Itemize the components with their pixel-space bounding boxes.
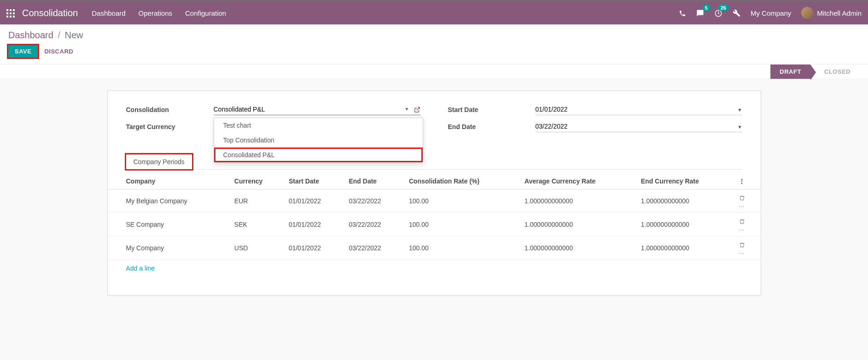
- nav-configuration[interactable]: Configuration: [185, 9, 226, 17]
- cell-end[interactable]: 03/22/2022: [344, 189, 404, 213]
- consolidation-label: Consolidation: [126, 106, 214, 113]
- status-bar: DRAFT CLOSED: [0, 64, 868, 79]
- consolidation-input[interactable]: [214, 104, 420, 115]
- table-row[interactable]: My Belgian CompanyEUR01/01/202203/22/202…: [108, 189, 761, 213]
- breadcrumb: Dashboard / New: [8, 30, 83, 41]
- company-periods-table: Company Currency Start Date End Date Con…: [108, 173, 761, 260]
- col-company[interactable]: Company: [108, 173, 230, 189]
- svg-rect-7: [10, 16, 12, 18]
- svg-rect-6: [6, 16, 8, 18]
- dropdown-caret-icon[interactable]: ▼: [405, 106, 409, 112]
- tools-icon[interactable]: [733, 8, 740, 18]
- cell-rate[interactable]: 100.00: [404, 189, 520, 213]
- nav-operations[interactable]: Operations: [139, 9, 172, 17]
- cell-currency[interactable]: USD: [230, 236, 284, 260]
- dropdown-caret-icon[interactable]: ▼: [738, 124, 742, 130]
- breadcrumb-parent[interactable]: Dashboard: [8, 30, 53, 40]
- phone-icon[interactable]: [679, 8, 686, 18]
- svg-rect-2: [13, 9, 15, 11]
- delete-icon[interactable]: [739, 194, 745, 201]
- more-icon[interactable]: …: [739, 201, 745, 208]
- row-actions: …: [734, 236, 761, 260]
- company-selector[interactable]: My Company: [751, 9, 791, 17]
- cell-start[interactable]: 01/01/2022: [284, 236, 344, 260]
- cell-endrate[interactable]: 1.000000000000: [636, 236, 734, 260]
- cell-currency[interactable]: EUR: [230, 189, 284, 213]
- breadcrumb-sep: /: [58, 30, 60, 40]
- options-icon[interactable]: ⋮: [734, 173, 761, 189]
- external-link-icon[interactable]: [414, 106, 420, 113]
- app-title[interactable]: Consolidation: [22, 8, 78, 18]
- col-currency[interactable]: Currency: [230, 173, 284, 189]
- activities-icon[interactable]: 26: [714, 8, 722, 18]
- cell-currency[interactable]: SEK: [230, 213, 284, 236]
- svg-rect-1: [10, 9, 12, 11]
- target-currency-label: Target Currency: [126, 123, 214, 130]
- form-sheet: Consolidation ▼ Test chart Top Consolida…: [107, 90, 761, 295]
- start-date-label: Start Date: [448, 106, 536, 113]
- col-end[interactable]: End Date: [344, 173, 404, 189]
- col-avg[interactable]: Average Currency Rate: [520, 173, 636, 189]
- table-row[interactable]: My CompanyUSD01/01/202203/22/2022100.001…: [108, 236, 761, 260]
- user-name: Mitchell Admin: [817, 9, 862, 17]
- cell-endrate[interactable]: 1.000000000000: [636, 213, 734, 236]
- svg-rect-0: [6, 9, 8, 11]
- cell-company[interactable]: My Belgian Company: [108, 189, 230, 213]
- svg-rect-8: [13, 16, 15, 18]
- svg-rect-3: [6, 12, 8, 14]
- table-row[interactable]: SE CompanySEK01/01/202203/22/2022100.001…: [108, 213, 761, 236]
- add-line-link[interactable]: Add a line: [108, 260, 761, 277]
- cell-rate[interactable]: 100.00: [404, 236, 520, 260]
- tab-company-periods[interactable]: Company Periods: [126, 154, 192, 169]
- consolidation-dropdown: Test chart Top Consolidation Consolidate…: [214, 118, 423, 163]
- breadcrumb-current: New: [65, 30, 83, 40]
- delete-icon[interactable]: [739, 241, 745, 248]
- messages-badge: 5: [702, 5, 711, 11]
- apps-icon[interactable]: [6, 8, 15, 18]
- dropdown-caret-icon[interactable]: ▼: [738, 107, 742, 112]
- svg-rect-4: [10, 12, 12, 14]
- delete-icon[interactable]: [739, 217, 745, 224]
- col-endrate[interactable]: End Currency Rate: [636, 173, 734, 189]
- status-draft[interactable]: DRAFT: [770, 65, 810, 79]
- col-start[interactable]: Start Date: [284, 173, 344, 189]
- cell-rate[interactable]: 100.00: [404, 213, 520, 236]
- cell-company[interactable]: My Company: [108, 236, 230, 260]
- save-button[interactable]: SAVE: [8, 45, 38, 58]
- more-icon[interactable]: …: [739, 224, 745, 232]
- nav-dashboard[interactable]: Dashboard: [92, 9, 125, 17]
- user-menu[interactable]: Mitchell Admin: [801, 7, 862, 19]
- cell-avg[interactable]: 1.000000000000: [520, 189, 636, 213]
- dropdown-option[interactable]: Test chart: [214, 118, 423, 133]
- row-actions: …: [734, 189, 761, 213]
- discard-button[interactable]: DISCARD: [44, 48, 73, 55]
- cell-company[interactable]: SE Company: [108, 213, 230, 236]
- nav-menu: Dashboard Operations Configuration: [92, 9, 226, 17]
- cell-start[interactable]: 01/01/2022: [284, 213, 344, 236]
- end-date-label: End Date: [448, 123, 536, 130]
- svg-rect-5: [13, 12, 15, 14]
- row-actions: …: [734, 213, 761, 236]
- dropdown-option[interactable]: Top Consolidation: [214, 133, 423, 148]
- cell-avg[interactable]: 1.000000000000: [520, 213, 636, 236]
- activities-badge: 26: [718, 5, 729, 11]
- cell-end[interactable]: 03/22/2022: [344, 236, 404, 260]
- dropdown-option[interactable]: Consolidated P&L: [214, 148, 423, 162]
- messages-icon[interactable]: 5: [696, 8, 704, 18]
- cell-avg[interactable]: 1.000000000000: [520, 236, 636, 260]
- navbar: Consolidation Dashboard Operations Confi…: [0, 1, 868, 24]
- more-icon[interactable]: …: [739, 248, 745, 255]
- start-date-input[interactable]: [536, 104, 742, 115]
- col-rate[interactable]: Consolidation Rate (%): [404, 173, 520, 189]
- status-closed[interactable]: CLOSED: [810, 65, 860, 79]
- cell-start[interactable]: 01/01/2022: [284, 189, 344, 213]
- end-date-input[interactable]: [536, 121, 742, 132]
- cell-end[interactable]: 03/22/2022: [344, 213, 404, 236]
- cell-endrate[interactable]: 1.000000000000: [636, 189, 734, 213]
- avatar: [801, 7, 813, 19]
